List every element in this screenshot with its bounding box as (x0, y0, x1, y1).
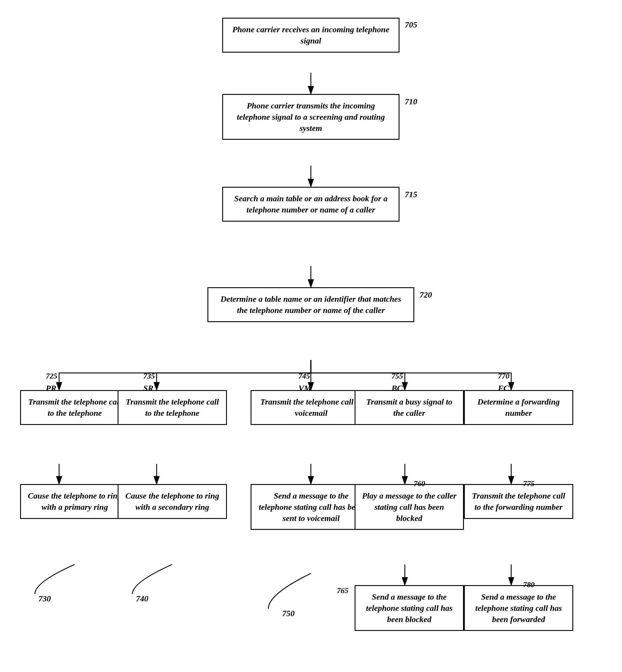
box-765: Send a message to the telephone stating … (354, 585, 464, 631)
label-765: 765 (337, 586, 348, 595)
box-705: Phone carrier receives an incoming telep… (222, 18, 400, 53)
box-sr: Transmit the telephone call to the telep… (117, 390, 227, 425)
label-745: 745 (299, 372, 310, 381)
box-750: Send a message to the telephone stating … (250, 484, 372, 530)
label-770: 770 (498, 372, 510, 381)
label-755: 755 (391, 372, 403, 381)
label-715: 715 (405, 190, 417, 199)
curve-730 (20, 564, 79, 600)
box-vm: Transmit the telephone call to voicemail (250, 390, 372, 425)
label-725: 725 (46, 372, 57, 381)
label-760: 760 (414, 479, 425, 488)
label-780: 780 (523, 580, 534, 589)
label-705: 705 (405, 20, 417, 30)
box-715: Search a main table or an address book f… (222, 187, 400, 222)
curve-740 (117, 564, 177, 600)
label-710: 710 (405, 97, 417, 106)
box-740: Cause the telephone to ring with a secon… (117, 484, 227, 519)
box-pr: Transmit the telephone call to the telep… (20, 390, 130, 425)
box-775: Transmit the telephone call to the forwa… (464, 484, 573, 519)
box-780: Send a message to the telephone stating … (464, 585, 573, 631)
box-720: Determine a table name or an identifier … (207, 287, 414, 322)
curve-750 (250, 573, 324, 615)
box-730: Cause the telephone to ring with a prima… (20, 484, 130, 519)
label-720: 720 (420, 290, 432, 300)
box-bc: Transmit a busy signal to the caller (354, 390, 464, 425)
box-760: Play a message to the caller stating cal… (354, 484, 464, 530)
box-fc: Determine a forwarding number (464, 390, 573, 425)
label-775: 775 (523, 479, 534, 488)
label-735: 735 (143, 372, 155, 381)
box-710: Phone carrier transmits the incoming tel… (222, 94, 400, 140)
flowchart-diagram: Phone carrier receives an incoming telep… (0, 0, 622, 672)
